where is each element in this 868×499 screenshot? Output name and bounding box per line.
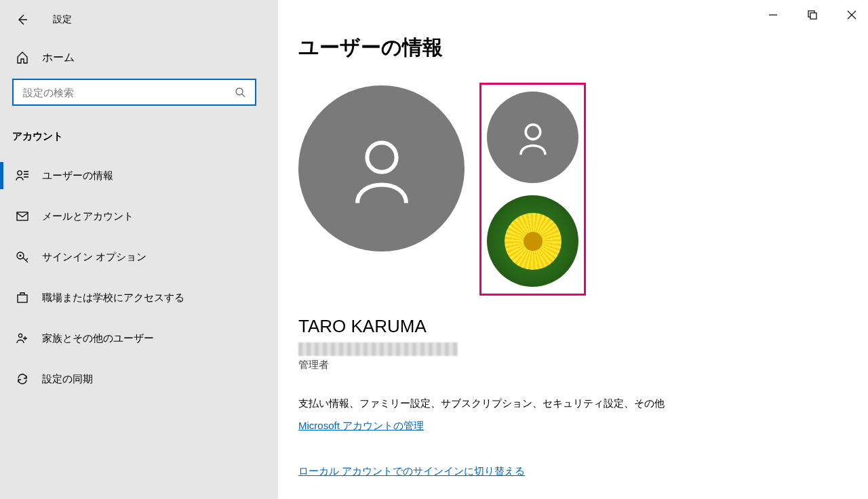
user-name: TARO KARUMA [298, 316, 841, 337]
sidebar-item-sync[interactable]: 設定の同期 [0, 359, 278, 399]
sidebar-item-signin-opt[interactable]: サインイン オプション [0, 237, 278, 277]
sidebar-item-label: サインイン オプション [42, 251, 146, 264]
sidebar-item-work-school[interactable]: 職場または学校にアクセスする [0, 277, 278, 318]
back-button[interactable] [12, 9, 33, 30]
search-icon [235, 87, 245, 98]
sidebar-item-label: ホーム [42, 51, 75, 65]
home-icon [15, 50, 30, 65]
user-role: 管理者 [298, 359, 841, 372]
svg-point-10 [526, 124, 540, 139]
sidebar-item-home[interactable]: ホーム [0, 37, 278, 79]
maximize-button[interactable] [803, 5, 822, 24]
app-title: 設定 [53, 14, 72, 26]
sidebar-item-label: 職場または学校にアクセスする [42, 292, 184, 304]
sidebar-item-label: メールとアカウント [42, 210, 134, 223]
avatar-history-highlight [479, 83, 586, 296]
signin-opt-icon [15, 250, 30, 264]
user-email-redacted [298, 342, 458, 356]
family-icon [15, 331, 30, 346]
svg-point-0 [236, 88, 243, 95]
sidebar-item-user-info[interactable]: ユーザーの情報 [0, 155, 278, 196]
svg-point-9 [367, 142, 396, 172]
svg-point-1 [18, 171, 22, 175]
work-school-icon [15, 290, 30, 305]
svg-rect-8 [810, 13, 816, 19]
close-button[interactable] [842, 5, 861, 24]
sidebar-item-mail-acct[interactable]: メールとアカウント [0, 196, 278, 237]
page-title: ユーザーの情報 [298, 34, 841, 62]
svg-rect-5 [18, 295, 27, 302]
avatar-current[interactable] [298, 85, 465, 252]
mail-acct-icon [15, 209, 30, 224]
avatar-previous-default[interactable] [487, 92, 578, 183]
sidebar-item-label: 設定の同期 [42, 373, 93, 386]
search-input-wrap[interactable] [12, 79, 256, 106]
section-title: アカウント [0, 118, 278, 155]
avatar-previous-flower[interactable] [487, 195, 578, 287]
link-switch-local[interactable]: ローカル アカウントでのサインインに切り替える [298, 465, 841, 478]
sidebar-item-label: ユーザーの情報 [42, 169, 113, 182]
sidebar-item-label: 家族とその他のユーザー [42, 332, 154, 345]
svg-point-4 [19, 254, 21, 256]
svg-rect-2 [17, 212, 28, 220]
minimize-button[interactable] [764, 5, 783, 24]
user-info-icon [15, 168, 30, 183]
sync-icon [15, 372, 30, 386]
sidebar-item-family[interactable]: 家族とその他のユーザー [0, 318, 278, 359]
link-manage-account[interactable]: Microsoft アカウントの管理 [298, 420, 841, 433]
search-input[interactable] [23, 87, 235, 98]
account-desc: 支払い情報、ファミリー設定、サブスクリプション、セキュリティ設定、その他 [298, 397, 841, 410]
svg-point-6 [18, 334, 22, 337]
